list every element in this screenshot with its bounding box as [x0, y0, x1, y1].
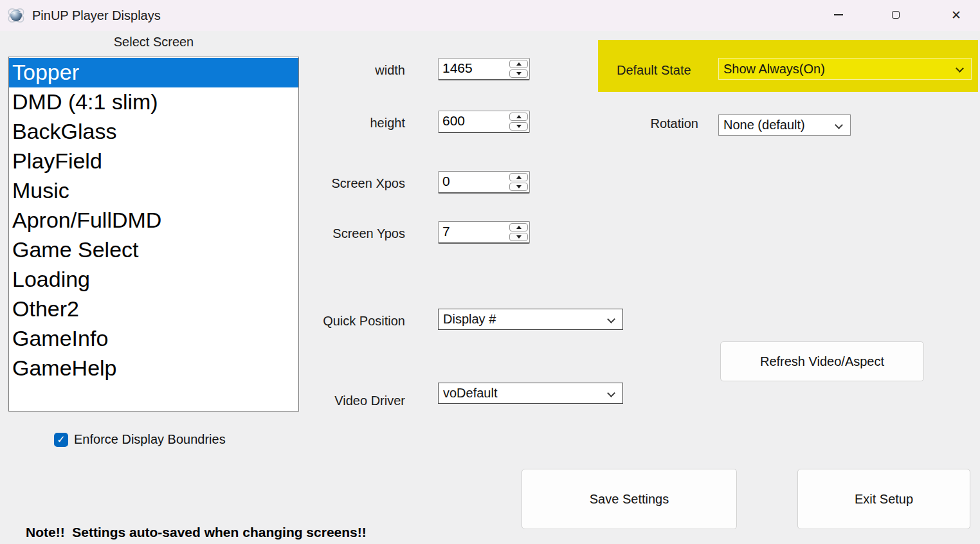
- ypos-spin-up-button[interactable]: [509, 223, 528, 231]
- screen-ypos-spinbox: [438, 221, 530, 244]
- select-screen-label: Select Screen: [8, 35, 299, 50]
- height-spin-up-button[interactable]: [509, 113, 528, 121]
- refresh-video-aspect-button[interactable]: Refresh Video/Aspect: [720, 341, 924, 381]
- default-state-dropdown[interactable]: Show Always(On): [718, 58, 972, 80]
- save-settings-button[interactable]: Save Settings: [522, 469, 737, 529]
- list-item[interactable]: GameInfo: [9, 324, 298, 354]
- quick-position-dropdown[interactable]: Display #: [438, 309, 623, 330]
- down-arrow-icon: [516, 185, 522, 188]
- width-spin-up-button[interactable]: [509, 60, 528, 68]
- minimize-button[interactable]: [824, 0, 853, 30]
- chevron-down-icon: [607, 315, 615, 323]
- screen-xpos-spinbox: [438, 171, 530, 194]
- chevron-down-icon: [956, 64, 964, 73]
- close-button[interactable]: ✕: [941, 0, 971, 30]
- width-label: width: [277, 63, 405, 78]
- height-spin-down-button[interactable]: [509, 122, 528, 131]
- maximize-button[interactable]: [881, 0, 911, 30]
- checkmark-icon: ✓: [57, 435, 65, 445]
- list-item[interactable]: Music: [9, 176, 298, 206]
- quick-position-value: Display #: [443, 312, 496, 327]
- down-arrow-icon: [516, 72, 522, 75]
- height-label: height: [277, 116, 405, 131]
- enforce-boundries-row: ✓ Enforce Display Boundries: [54, 432, 226, 447]
- up-arrow-icon: [516, 115, 522, 118]
- titlebar: PinUP Player Displays ✕: [0, 0, 980, 31]
- ypos-spin-down-button[interactable]: [509, 233, 528, 241]
- list-item[interactable]: GameHelp: [9, 354, 298, 383]
- xpos-spin-down-button[interactable]: [509, 183, 528, 191]
- chevron-down-icon: [835, 121, 843, 129]
- app-icon: [6, 6, 26, 25]
- rotation-value: None (default): [723, 118, 805, 132]
- video-driver-value: voDefault: [443, 386, 498, 401]
- xpos-spin-up-button[interactable]: [509, 173, 528, 181]
- rotation-label: Rotation: [602, 116, 698, 131]
- minimize-icon: [834, 14, 843, 15]
- list-item[interactable]: Apron/FullDMD: [9, 206, 298, 235]
- default-state-value: Show Always(On): [723, 62, 825, 77]
- width-spin-down-button[interactable]: [509, 69, 528, 78]
- default-state-label: Default State: [617, 63, 691, 78]
- height-spinbox: [438, 111, 530, 133]
- down-arrow-icon: [516, 125, 522, 128]
- screen-ypos-label: Screen Ypos: [277, 226, 405, 241]
- enforce-boundries-checkbox[interactable]: ✓: [54, 433, 68, 447]
- up-arrow-icon: [516, 176, 522, 179]
- list-item[interactable]: Loading: [9, 265, 298, 295]
- exit-setup-button[interactable]: Exit Setup: [797, 469, 970, 529]
- list-item[interactable]: DMD (4:1 slim): [9, 87, 298, 117]
- quick-position-label: Quick Position: [277, 314, 405, 329]
- video-driver-dropdown[interactable]: voDefault: [438, 383, 623, 404]
- screen-listbox[interactable]: Topper DMD (4:1 slim) BackGlass PlayFiel…: [8, 57, 299, 412]
- close-icon: ✕: [951, 9, 961, 21]
- rotation-dropdown[interactable]: None (default): [718, 114, 851, 136]
- down-arrow-icon: [516, 235, 522, 239]
- screen-xpos-label: Screen Xpos: [277, 176, 405, 191]
- maximize-icon: [892, 11, 900, 19]
- up-arrow-icon: [516, 62, 522, 66]
- window-title: PinUP Player Displays: [32, 8, 161, 23]
- list-item[interactable]: BackGlass: [9, 117, 298, 147]
- width-spinbox: [438, 58, 530, 80]
- list-item[interactable]: Game Select: [9, 235, 298, 265]
- enforce-boundries-label: Enforce Display Boundries: [74, 432, 226, 447]
- video-driver-label: Video Driver: [277, 394, 405, 408]
- up-arrow-icon: [516, 226, 522, 229]
- list-item[interactable]: Other2: [9, 295, 298, 324]
- chevron-down-icon: [607, 389, 615, 397]
- list-item[interactable]: Topper: [9, 58, 298, 87]
- list-item[interactable]: PlayField: [9, 147, 298, 176]
- auto-save-note: Note!! Settings auto-saved when changing…: [26, 525, 367, 540]
